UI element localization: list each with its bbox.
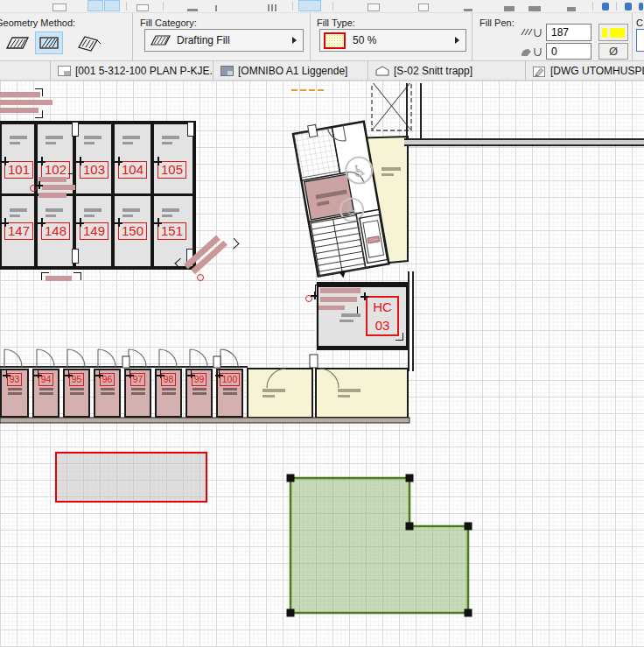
storage-room[interactable]: 94	[32, 369, 60, 418]
parking-space-label[interactable]: 148	[41, 222, 70, 240]
toolbar-icon-fragment[interactable]	[567, 7, 576, 11]
background-pen-null-button[interactable]: Ø	[598, 43, 628, 60]
pencil-icon	[533, 66, 546, 77]
geometry-method-rectangle-button[interactable]	[35, 32, 63, 54]
null-pen-symbol: Ø	[609, 45, 618, 58]
tab-dwg-utomhusplan[interactable]: [DWG UTOMHUSPL	[525, 61, 644, 81]
tab-bar: [001 5-312-100 PLAN P-KJE... [OMNIBO A1 …	[0, 61, 644, 81]
parking-space-label[interactable]: 150	[118, 222, 147, 240]
toolbar-button-active[interactable]	[104, 0, 120, 11]
foreground-pen-input[interactable]	[546, 24, 592, 41]
section-icon	[375, 66, 389, 76]
parking-space-label[interactable]: 105	[158, 161, 186, 179]
yellow-room[interactable]	[316, 369, 408, 418]
anchor-point[interactable]	[197, 274, 204, 281]
background-pen-icon	[520, 46, 542, 58]
tab-label: [001 5-312-100 PLAN P-KJE...	[75, 65, 213, 77]
fill-category-value: Drafting Fill	[177, 34, 230, 46]
fill-category-dropdown[interactable]: Drafting Fill	[144, 29, 304, 52]
drawing-canvas[interactable]: 101 102 103 104 105 147 148 149 150 151	[0, 81, 644, 647]
storage-room[interactable]: 99	[186, 369, 213, 418]
toolbar-separator	[163, 2, 164, 11]
toolbar-icon-fragment[interactable]	[136, 4, 149, 11]
toolbar-separator	[592, 2, 593, 11]
parking-space-label[interactable]: 104	[118, 161, 147, 179]
storage-room[interactable]: 98	[155, 369, 182, 418]
layout-icon	[58, 66, 71, 76]
parking-space-label[interactable]: 102	[41, 161, 70, 179]
clipped-section-label: C	[636, 18, 643, 28]
background-pen-input[interactable]	[546, 43, 592, 60]
geometry-method-rotated-rectangle-button[interactable]	[75, 32, 103, 54]
gray-fill-rectangle[interactable]	[55, 452, 207, 503]
hc-space-label[interactable]: HC 03	[366, 296, 399, 336]
clipped-button[interactable]	[636, 29, 644, 52]
wall	[406, 83, 408, 140]
toolbar-icon-fragment[interactable]	[368, 4, 380, 11]
storage-room[interactable]: 96	[94, 369, 121, 418]
stair-core-building[interactable]: ♿ ♿	[280, 83, 420, 292]
selected-green-polygon[interactable]	[282, 470, 474, 621]
storage-room[interactable]: 93	[0, 369, 29, 418]
top-toolbar-row	[0, 0, 644, 12]
toolbar-icon-fragment[interactable]	[625, 3, 632, 11]
layout-dark-icon	[220, 66, 234, 76]
toolbar-icon-fragment[interactable]	[187, 9, 198, 11]
toolbar-icon-fragment[interactable]	[602, 3, 609, 11]
fill-type-label: Fill Type:	[317, 18, 355, 28]
toolbar-icon-fragment[interactable]	[268, 4, 270, 11]
toolbar-icon-fragment[interactable]	[639, 3, 643, 11]
toolbar-icon-fragment[interactable]	[215, 5, 217, 11]
svg-text:♿: ♿	[350, 160, 368, 181]
wall	[420, 83, 422, 140]
hc-label-line: HC	[368, 298, 397, 316]
pen-color-swatch	[610, 28, 625, 38]
parking-space-label[interactable]: 103	[80, 161, 108, 179]
room-number: 98	[161, 373, 177, 386]
column-marker	[72, 249, 79, 264]
fill-type-value: 50 %	[353, 34, 376, 46]
toolbar-icon-fragment[interactable]	[271, 4, 273, 11]
toolbar-button-active[interactable]	[298, 0, 321, 11]
room-number: 94	[38, 373, 54, 386]
room-number: 97	[130, 373, 146, 386]
toolbar-button-active[interactable]	[88, 0, 103, 11]
storage-room[interactable]: 97	[124, 369, 151, 418]
submenu-arrow-icon	[292, 37, 297, 44]
fill-type-dropdown[interactable]: 50 %	[319, 29, 466, 52]
toolbar-icon-fragment[interactable]	[275, 4, 276, 11]
pen-color-swatch	[602, 28, 607, 38]
info-box-toolbar: Geometry Method: Fill Category:	[0, 12, 644, 61]
toolbar-separator	[292, 2, 293, 11]
parking-space-label[interactable]: 149	[80, 222, 108, 240]
storage-room[interactable]: 95	[63, 369, 90, 418]
fill-type-section: Fill Type: 50 %	[311, 13, 472, 61]
fill-pen-label: Fill Pen:	[480, 18, 514, 28]
column-marker	[72, 122, 79, 137]
tab-label: [DWG UTOMHUSPL	[550, 65, 644, 77]
rotated-rectangle-fill-icon	[76, 33, 102, 53]
toolbar-icon-fragment[interactable]	[52, 4, 66, 11]
clipped-right-section: C	[633, 13, 644, 61]
foreground-pen-color-button[interactable]	[598, 24, 628, 41]
storage-room[interactable]: 100	[216, 369, 243, 418]
room-number: 96	[100, 373, 116, 386]
geometry-method-polygon-button[interactable]	[4, 32, 32, 54]
toolbar-icon-fragment[interactable]	[528, 6, 541, 11]
toolbar-icon-fragment[interactable]	[464, 9, 472, 11]
wall	[404, 138, 644, 146]
tab-omnibo-a1[interactable]: [OMNIBO A1 Liggende]	[213, 61, 368, 81]
parking-space-label[interactable]: 101	[4, 161, 33, 179]
parking-space-label[interactable]: 151	[158, 222, 186, 240]
yellow-room[interactable]	[248, 369, 312, 418]
room-number: 93	[7, 373, 23, 386]
toolbar-separator	[332, 2, 333, 11]
room-number: 95	[69, 373, 85, 386]
parking-space-label[interactable]: 147	[4, 222, 33, 240]
tab-plan-p-kjeller[interactable]: [001 5-312-100 PLAN P-KJE...	[50, 61, 213, 81]
toolbar-icon-fragment[interactable]	[418, 4, 429, 11]
tab-s02-snitt-trapp[interactable]: [S-02 Snitt trapp]	[368, 61, 525, 81]
parking-garage[interactable]: 101 102 103 104 105 147 148 149 150 151	[0, 121, 196, 270]
tab-label: [S-02 Snitt trapp]	[394, 65, 472, 77]
toolbar-icon-fragment[interactable]	[504, 6, 514, 11]
